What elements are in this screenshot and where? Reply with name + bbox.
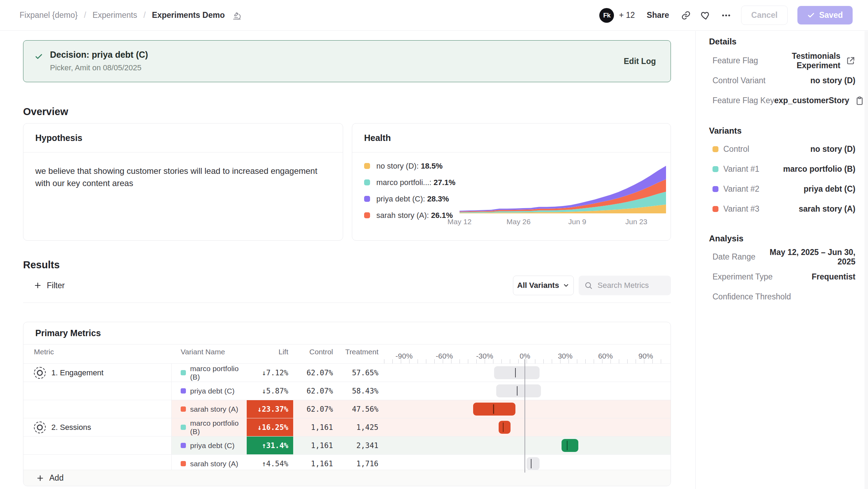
variant-cell: sarah story (A) bbox=[172, 400, 247, 418]
metric-cell bbox=[23, 382, 172, 400]
treatment-value: 47.56% bbox=[337, 400, 381, 418]
variant-row: Variant #1marco portfolio (B) bbox=[713, 159, 855, 179]
metric-row[interactable]: 2. Sessionsmarco portfolio (B)↓16.25%1,1… bbox=[23, 418, 671, 436]
variant-label: Variant #2 bbox=[723, 184, 759, 194]
x-axis-label: May 26 bbox=[507, 218, 531, 226]
clipboard-icon[interactable] bbox=[855, 96, 864, 105]
metric-row[interactable]: 1. Engagementmarco portfolio (B)↓7.12%62… bbox=[23, 363, 671, 382]
variant-color-chip bbox=[713, 206, 718, 212]
metric-row[interactable]: sarah story (A)↓23.37%62.07%47.56% bbox=[23, 400, 671, 418]
axis-tick bbox=[602, 359, 602, 363]
confidence-interval-bar bbox=[496, 384, 541, 397]
axis-tick bbox=[518, 359, 519, 363]
axis-tick bbox=[661, 359, 661, 363]
check-icon bbox=[807, 12, 815, 19]
lift-cell: ↓16.25% bbox=[247, 418, 293, 436]
variant-label: Variant #1 bbox=[723, 164, 759, 174]
copy-link-icon[interactable] bbox=[681, 10, 691, 20]
add-filter-button[interactable]: Filter bbox=[31, 276, 67, 295]
variant-name: marco portfolio (B) bbox=[190, 419, 247, 436]
hypothesis-title: Hypothesis bbox=[23, 123, 343, 146]
control-value: 62.07% bbox=[293, 364, 337, 382]
axis-tick bbox=[610, 359, 611, 363]
variant-label: Control bbox=[723, 144, 749, 154]
variant-name: priya debt (C) bbox=[190, 387, 234, 395]
search-metrics-input[interactable] bbox=[597, 281, 665, 290]
health-title: Health bbox=[352, 123, 671, 146]
axis-tick bbox=[560, 359, 560, 363]
share-button[interactable]: Share bbox=[645, 10, 671, 20]
decision-banner: Decision: priya debt (C) Picker, Amit on… bbox=[23, 40, 671, 82]
col-metric: Metric bbox=[23, 348, 172, 356]
details-sidebar: Details Feature FlagTestimonials Experim… bbox=[695, 31, 868, 489]
variant-color-chip bbox=[181, 461, 186, 466]
saved-button[interactable]: Saved bbox=[797, 6, 853, 24]
axis-tick bbox=[627, 359, 628, 363]
add-metric-button[interactable]: Add bbox=[34, 473, 66, 483]
external-link-icon[interactable] bbox=[846, 56, 855, 65]
lift-marker bbox=[531, 459, 532, 468]
analysis-row: Date RangeMay 12, 2025 – Jun 30, 2025 bbox=[713, 247, 855, 267]
lift-axis-ruler bbox=[23, 359, 671, 363]
variants-rows: Controlno story (D)Variant #1marco portf… bbox=[709, 139, 855, 219]
variants-dropdown[interactable]: All Variants bbox=[513, 276, 574, 295]
breadcrumb-project[interactable]: Fixpanel {demo} bbox=[20, 10, 78, 20]
cancel-button[interactable]: Cancel bbox=[741, 6, 788, 25]
health-card: Health no story (D): 18.5%marco portfoli… bbox=[352, 123, 671, 241]
axis-tick bbox=[392, 359, 393, 363]
x-axis-label: Jun 9 bbox=[568, 218, 586, 226]
more-options-icon[interactable] bbox=[721, 10, 731, 21]
legend-color-chip bbox=[364, 179, 370, 185]
axis-tick bbox=[636, 359, 636, 363]
analysis-label: Experiment Type bbox=[713, 272, 773, 282]
lift-badge: ↑31.4% bbox=[247, 437, 293, 454]
variant-cell: priya debt (C) bbox=[172, 382, 247, 400]
details-heading: Details bbox=[709, 37, 855, 47]
search-icon bbox=[584, 281, 593, 290]
variant-name: marco portfolio (B) bbox=[190, 364, 247, 381]
variant-row: Variant #2priya debt (C) bbox=[713, 179, 855, 199]
detail-row: Control Variantno story (D) bbox=[713, 71, 855, 91]
col-lift: Lift bbox=[247, 348, 293, 356]
collaborators-count[interactable]: + 12 bbox=[619, 10, 635, 20]
metric-row[interactable]: priya debt (C)↓5.87%62.07%58.43% bbox=[23, 382, 671, 400]
decision-check-icon bbox=[35, 52, 43, 61]
axis-tick bbox=[644, 359, 644, 363]
plus-icon bbox=[36, 474, 44, 482]
legend-item: priya debt (C): 28.3% bbox=[364, 194, 455, 204]
search-metrics-box[interactable] bbox=[579, 276, 671, 295]
lift-badge: ↓23.37% bbox=[247, 400, 293, 418]
treatment-value: 57.65% bbox=[337, 364, 381, 382]
detail-value: exp_customerStory bbox=[774, 96, 849, 105]
legend-color-chip bbox=[364, 163, 370, 169]
microscope-icon bbox=[232, 11, 241, 20]
confidence-interval-bar bbox=[562, 439, 578, 452]
analysis-label: Confidence Threshold bbox=[713, 292, 791, 302]
overview-heading: Overview bbox=[23, 106, 68, 118]
lift-marker bbox=[503, 423, 504, 432]
metrics-table-body: 1. Engagementmarco portfolio (B)↓7.12%62… bbox=[23, 363, 671, 473]
confidence-interval-bar bbox=[499, 421, 511, 434]
legend-label: priya debt (C): 28.3% bbox=[376, 194, 449, 204]
favorite-heart-icon[interactable] bbox=[701, 10, 711, 21]
lift-cell: ↑31.4% bbox=[247, 437, 293, 454]
col-control: Control bbox=[293, 348, 337, 356]
metric-cell: 2. Sessions bbox=[23, 418, 172, 436]
goal-target-icon bbox=[34, 421, 46, 433]
metric-cell bbox=[23, 437, 172, 454]
analysis-row: Confidence Threshold bbox=[713, 287, 855, 307]
edit-log-button[interactable]: Edit Log bbox=[622, 56, 658, 66]
variant-cell: marco portfolio (B) bbox=[172, 364, 247, 382]
avatar[interactable]: Fk bbox=[599, 8, 614, 23]
lift-cell: ↓23.37% bbox=[247, 400, 293, 418]
lift-cell: ↓7.12% bbox=[247, 364, 293, 382]
metric-row[interactable]: priya debt (C)↑31.4%1,1612,341 bbox=[23, 436, 671, 454]
scrollbar[interactable] bbox=[865, 31, 868, 489]
detail-value: no story (D) bbox=[810, 76, 855, 85]
breadcrumb-experiments[interactable]: Experiments bbox=[93, 10, 137, 20]
topbar: Fixpanel {demo} / Experiments / Experime… bbox=[0, 0, 868, 31]
axis-tick bbox=[535, 359, 535, 363]
confidence-interval-cell bbox=[381, 400, 671, 418]
breadcrumb-separator: / bbox=[143, 10, 145, 20]
primary-metrics-card: Primary Metrics Metric Variant Name Lift… bbox=[23, 322, 671, 486]
